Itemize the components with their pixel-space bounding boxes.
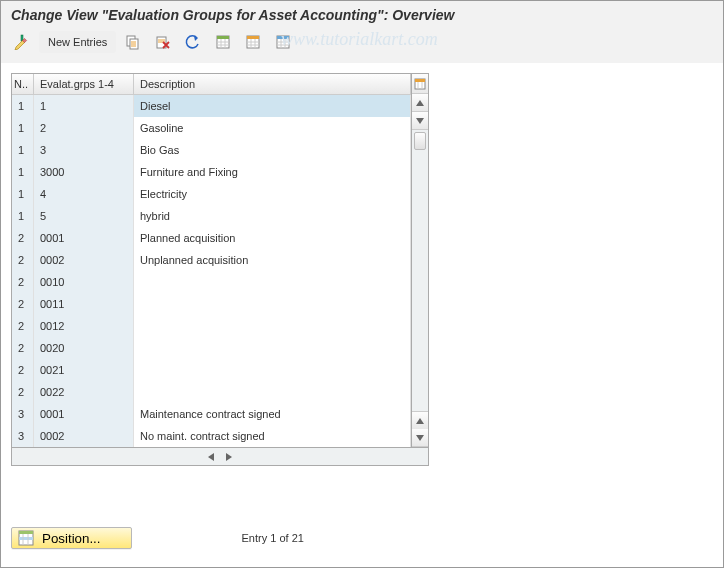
scroll-up2-icon[interactable]: [412, 411, 428, 429]
table-row: 12Gasoline: [12, 117, 411, 139]
col-header-grp[interactable]: Evalat.grps 1-4: [34, 74, 134, 94]
new-entries-button[interactable]: New Entries: [39, 31, 116, 53]
scroll-down2-icon[interactable]: [412, 429, 428, 447]
cell-n: 3: [12, 403, 34, 425]
position-button-label: Position...: [42, 531, 101, 546]
svg-rect-11: [217, 36, 229, 39]
cell-n: 1: [12, 95, 34, 117]
table-row: 20021: [12, 359, 411, 381]
table-row: 11Diesel: [12, 95, 411, 117]
cell-grp: 0020: [34, 337, 134, 359]
cell-n: 1: [12, 139, 34, 161]
cell-grp: 2: [34, 117, 134, 139]
scroll-track[interactable]: [412, 130, 428, 411]
position-button[interactable]: Position...: [11, 527, 132, 549]
scroll-thumb[interactable]: [414, 132, 426, 150]
footer: Position... Entry 1 of 21: [11, 527, 713, 549]
svg-rect-34: [19, 537, 33, 540]
cell-desc[interactable]: [134, 293, 411, 315]
vertical-scrollbar[interactable]: [411, 73, 429, 448]
cell-desc[interactable]: No maint. contract signed: [134, 425, 411, 447]
cell-desc[interactable]: Maintenance contract signed: [134, 403, 411, 425]
cell-desc[interactable]: Planned acquisition: [134, 227, 411, 249]
cell-n: 2: [12, 227, 34, 249]
table-row: 20010: [12, 271, 411, 293]
svg-rect-17: [247, 36, 259, 39]
grid-header-row: N.. Evalat.grps 1-4 Description: [12, 74, 411, 95]
cell-grp: 5: [34, 205, 134, 227]
cell-grp: 0010: [34, 271, 134, 293]
scroll-up-icon[interactable]: [412, 94, 428, 112]
cell-n: 1: [12, 183, 34, 205]
table-row: 30001Maintenance contract signed: [12, 403, 411, 425]
cell-grp: 0021: [34, 359, 134, 381]
cell-n: 2: [12, 271, 34, 293]
table-row: 20020: [12, 337, 411, 359]
delete-button[interactable]: [150, 31, 176, 53]
config-columns-icon[interactable]: [412, 74, 428, 94]
scroll-left-icon[interactable]: [204, 450, 218, 464]
cell-grp: 0012: [34, 315, 134, 337]
copy-as-button[interactable]: [120, 31, 146, 53]
cell-n: 3: [12, 425, 34, 447]
cell-grp: 0002: [34, 249, 134, 271]
cell-desc[interactable]: [134, 271, 411, 293]
table-row: 20002Unplanned acquisition: [12, 249, 411, 271]
svg-rect-33: [19, 531, 33, 534]
cell-n: 1: [12, 161, 34, 183]
cell-n: 1: [12, 205, 34, 227]
cell-desc[interactable]: [134, 359, 411, 381]
select-all-button[interactable]: [210, 31, 236, 53]
cell-n: 2: [12, 249, 34, 271]
cell-n: 2: [12, 315, 34, 337]
cell-desc[interactable]: Diesel: [134, 95, 411, 117]
cell-n: 2: [12, 337, 34, 359]
table-row: 20022: [12, 381, 411, 403]
print-button[interactable]: [270, 31, 296, 53]
position-icon: [18, 530, 34, 546]
table-row: 13000Furniture and Fixing: [12, 161, 411, 183]
watermark-text: www.tutorialkart.com: [281, 29, 438, 50]
cell-desc[interactable]: Unplanned acquisition: [134, 249, 411, 271]
data-grid: N.. Evalat.grps 1-4 Description 11Diesel…: [11, 73, 411, 448]
cell-desc[interactable]: Electricity: [134, 183, 411, 205]
cell-grp: 1: [34, 95, 134, 117]
cell-grp: 4: [34, 183, 134, 205]
cell-grp: 3000: [34, 161, 134, 183]
table-row: 20001Planned acquisition: [12, 227, 411, 249]
toolbar: New Entries www.tutorialkart.com: [1, 27, 723, 63]
table-row: 30002No maint. contract signed: [12, 425, 411, 447]
col-header-n[interactable]: N..: [12, 74, 34, 94]
toggle-display-change-button[interactable]: [9, 31, 35, 53]
cell-n: 2: [12, 359, 34, 381]
scroll-down-icon[interactable]: [412, 112, 428, 130]
col-header-desc[interactable]: Description: [134, 74, 411, 94]
cell-grp: 0022: [34, 381, 134, 403]
table-row: 20011: [12, 293, 411, 315]
cell-n: 2: [12, 293, 34, 315]
cell-desc[interactable]: [134, 337, 411, 359]
deselect-all-button[interactable]: [240, 31, 266, 53]
entry-counter: Entry 1 of 21: [242, 532, 304, 544]
cell-grp: 0001: [34, 227, 134, 249]
cell-desc[interactable]: Bio Gas: [134, 139, 411, 161]
cell-n: 2: [12, 381, 34, 403]
cell-desc[interactable]: Gasoline: [134, 117, 411, 139]
cell-desc[interactable]: [134, 315, 411, 337]
cell-desc[interactable]: [134, 381, 411, 403]
cell-n: 1: [12, 117, 34, 139]
horizontal-scrollbar[interactable]: [11, 448, 429, 466]
table-row: 20012: [12, 315, 411, 337]
scroll-right-icon[interactable]: [222, 450, 236, 464]
undo-change-button[interactable]: [180, 31, 206, 53]
svg-rect-23: [277, 36, 289, 39]
view-area: N.. Evalat.grps 1-4 Description 11Diesel…: [1, 63, 723, 476]
cell-grp: 3: [34, 139, 134, 161]
svg-rect-29: [415, 79, 425, 82]
cell-desc[interactable]: Furniture and Fixing: [134, 161, 411, 183]
cell-grp: 0011: [34, 293, 134, 315]
table-row: 14Electricity: [12, 183, 411, 205]
table-row: 15hybrid: [12, 205, 411, 227]
table-row: 13Bio Gas: [12, 139, 411, 161]
cell-desc[interactable]: hybrid: [134, 205, 411, 227]
